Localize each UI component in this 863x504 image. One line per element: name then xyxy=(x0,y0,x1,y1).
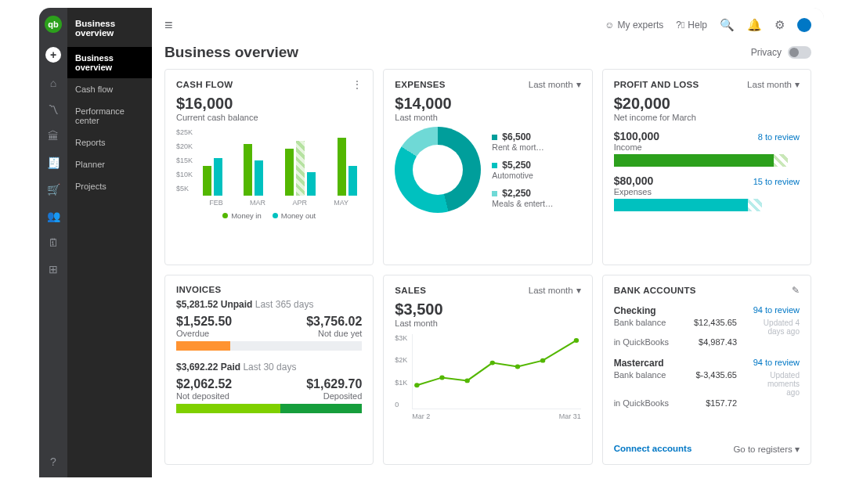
help-button[interactable]: ?⃝ Help xyxy=(676,20,707,31)
cf-ytick: $25K xyxy=(176,128,193,136)
cash-flow-title: CASH FLOW xyxy=(176,80,233,89)
bank-review-link[interactable]: 94 to review xyxy=(753,305,800,316)
svg-point-1 xyxy=(440,375,445,380)
card-profit-loss: PROFIT AND LOSS Last month ▾ $20,000 Net… xyxy=(602,69,811,265)
expenses-title: EXPENSES xyxy=(395,80,445,89)
subnav-item-cash-flow[interactable]: Cash flow xyxy=(67,78,152,100)
invoices-paid-bar xyxy=(176,404,362,413)
hamburger-menu-icon[interactable]: ≡ xyxy=(164,17,173,34)
people-icon[interactable]: 👥 xyxy=(47,210,60,222)
pl-expenses-value: $80,000 xyxy=(614,175,654,187)
receipts-icon[interactable]: 🧾 xyxy=(47,157,60,169)
gear-icon[interactable]: ⚙ xyxy=(775,18,785,32)
pl-income-bar xyxy=(614,154,800,167)
invoices-overdue-label: Overdue xyxy=(176,329,209,338)
cash-flow-chart xyxy=(196,128,362,196)
page-title: Business overview xyxy=(164,44,298,61)
sales-title: SALES xyxy=(395,286,426,295)
sales-line-chart xyxy=(412,334,580,409)
calendar-icon[interactable]: 🗓 xyxy=(47,236,60,249)
expenses-amount: $14,000 xyxy=(395,95,580,113)
sales-xtick-start: Mar 2 xyxy=(412,412,430,420)
invoices-notdeposited-value: $2,062.52 xyxy=(176,377,232,391)
pl-income-review-link[interactable]: 8 to review xyxy=(758,132,800,142)
avatar[interactable] xyxy=(797,18,811,32)
nav-rail: qb + ⌂ 〽 🏛 🧾 🛒 👥 🗓 ⊞ ? xyxy=(39,8,67,477)
subnav-item-reports[interactable]: Reports xyxy=(67,131,152,153)
invoices-notdue-value: $3,756.02 xyxy=(306,315,362,329)
bank-account-checking: Checking94 to review Bank balance$12,435… xyxy=(614,305,800,347)
subnav-item-business-overview[interactable]: Business overview xyxy=(67,47,152,78)
expenses-period-dropdown[interactable]: Last month ▾ xyxy=(529,79,581,90)
pl-income-label: Income xyxy=(614,142,659,152)
cash-flow-kebab-icon[interactable]: ⋮ xyxy=(352,79,362,90)
pl-period-dropdown[interactable]: Last month ▾ xyxy=(747,79,800,90)
subnav-item-planner[interactable]: Planner xyxy=(67,153,152,175)
invoices-unpaid-range: Last 365 days xyxy=(255,299,314,310)
cash-flow-amount: $16,000 xyxy=(176,95,362,113)
invoices-notdue-label: Not due yet xyxy=(318,329,362,338)
subnav-header: Business overview xyxy=(67,19,152,47)
quick-create-button[interactable]: + xyxy=(45,47,61,63)
my-experts-button[interactable]: ☺ My experts xyxy=(605,20,663,31)
bank-account-name: Checking xyxy=(614,305,656,316)
cart-icon[interactable]: 🛒 xyxy=(47,183,60,196)
svg-point-2 xyxy=(465,378,470,383)
invoices-title: INVOICES xyxy=(176,285,221,294)
expense-item: $6,500 Rent & mort… xyxy=(492,131,553,152)
pl-amount: $20,000 xyxy=(614,95,800,113)
card-invoices: INVOICES $5,281.52 Unpaid Last 365 days … xyxy=(164,275,374,466)
sales-amount: $3,500 xyxy=(395,301,580,319)
pl-expenses-bar xyxy=(614,199,800,211)
expense-item: $2,250 Meals & entert… xyxy=(492,188,553,208)
sales-xtick-end: Mar 31 xyxy=(559,412,581,420)
chevron-down-icon: ▾ xyxy=(795,445,800,454)
bell-icon[interactable]: 🔔 xyxy=(747,18,762,32)
cf-ytick: $5K xyxy=(176,185,193,193)
chevron-down-icon: ▾ xyxy=(576,285,581,296)
pl-income-value: $100,000 xyxy=(614,130,659,142)
apps-icon[interactable]: ⊞ xyxy=(47,263,60,275)
card-bank-accounts: BANK ACCOUNTS ✎ Checking94 to review Ban… xyxy=(602,275,811,466)
invoices-unpaid-bar xyxy=(176,341,362,351)
invoices-deposited-label: Deposited xyxy=(323,391,363,401)
legend-money-in: Money in xyxy=(231,211,262,220)
home-icon[interactable]: ⌂ xyxy=(47,77,60,89)
cf-ytick: $20K xyxy=(176,142,193,150)
subnav-item-projects[interactable]: Projects xyxy=(67,175,152,197)
invoices-paid-range: Last 30 days xyxy=(243,362,296,373)
qb-logo[interactable]: qb xyxy=(45,16,62,33)
sales-subtitle: Last month xyxy=(395,319,580,328)
expenses-donut-chart xyxy=(395,127,481,213)
bank-edit-icon[interactable]: ✎ xyxy=(792,285,800,296)
cf-ytick: $15K xyxy=(176,157,193,164)
connect-accounts-link[interactable]: Connect accounts xyxy=(614,444,692,455)
go-to-registers-dropdown[interactable]: Go to registers ▾ xyxy=(733,444,800,455)
legend-swatch xyxy=(492,135,497,140)
search-icon[interactable]: 🔍 xyxy=(720,18,735,32)
chevron-down-icon: ▾ xyxy=(795,79,800,90)
cf-ytick: $10K xyxy=(176,171,193,178)
invoices-notdeposited-label: Not deposited xyxy=(176,391,229,401)
expense-item: $5,250 Automotive xyxy=(492,160,553,180)
pl-expenses-review-link[interactable]: 15 to review xyxy=(753,177,800,186)
privacy-label: Privacy xyxy=(751,47,782,58)
cf-xtick: FEB xyxy=(209,199,223,207)
chevron-down-icon: ▾ xyxy=(576,79,581,90)
sales-ytick: $1K xyxy=(395,379,407,387)
bank-account-mastercard: Mastercard94 to review Bank balance$-3,4… xyxy=(614,358,800,408)
privacy-toggle[interactable] xyxy=(788,46,811,59)
sales-period-dropdown[interactable]: Last month ▾ xyxy=(529,285,581,296)
invoices-paid-total: $3,692.22 Paid xyxy=(176,362,240,373)
analytics-icon[interactable]: 〽 xyxy=(47,103,60,116)
help-rail-icon[interactable]: ? xyxy=(47,455,60,468)
subnav-item-performance-center[interactable]: Performance center xyxy=(67,100,152,131)
topbar: ≡ ☺ My experts ?⃝ Help 🔍 🔔 ⚙ xyxy=(152,8,824,42)
banking-icon[interactable]: 🏛 xyxy=(47,130,60,142)
bank-review-link[interactable]: 94 to review xyxy=(753,358,800,369)
legend-money-out: Money out xyxy=(281,211,316,220)
invoices-unpaid-total: $5,281.52 Unpaid xyxy=(176,299,252,310)
help-icon: ?⃝ xyxy=(676,20,684,31)
card-cash-flow: CASH FLOW ⋮ $16,000 Current cash balance… xyxy=(164,69,374,265)
card-expenses: EXPENSES Last month ▾ $14,000 Last month… xyxy=(383,69,592,265)
